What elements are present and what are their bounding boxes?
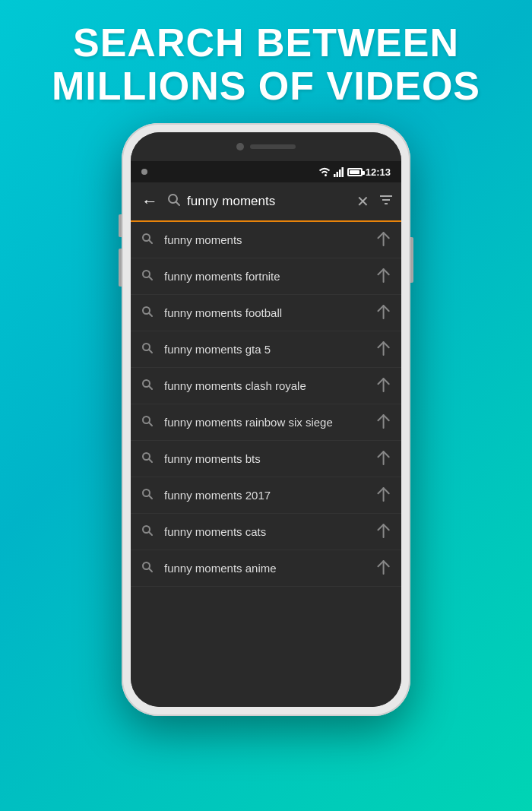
result-text: funny moments 2017: [164, 489, 378, 502]
result-text: funny moments football: [164, 306, 378, 319]
result-text: funny moments anime: [164, 562, 378, 575]
result-item[interactable]: funny moments fortnite: [131, 258, 401, 295]
result-search-icon: [141, 379, 154, 394]
clear-search-button[interactable]: ✕: [356, 192, 369, 211]
signal-icon: [334, 167, 344, 177]
svg-line-13: [149, 277, 152, 280]
result-search-icon: [141, 561, 154, 576]
svg-line-31: [149, 496, 152, 499]
svg-rect-2: [339, 169, 341, 177]
phone-speaker: [250, 144, 296, 149]
svg-line-5: [176, 201, 180, 205]
filter-button[interactable]: [378, 193, 394, 211]
svg-line-25: [149, 423, 152, 426]
svg-line-11: [377, 233, 390, 246]
phone-button-power: [410, 237, 413, 283]
svg-rect-3: [341, 167, 344, 177]
svg-line-22: [149, 386, 152, 389]
svg-line-29: [377, 451, 390, 464]
result-item[interactable]: funny moments football: [131, 295, 401, 331]
svg-line-23: [377, 379, 390, 391]
svg-line-37: [149, 569, 152, 572]
result-item[interactable]: funny moments anime: [131, 550, 401, 587]
headline-line1: SEARCH BETWEEN: [73, 21, 459, 65]
svg-line-28: [149, 459, 152, 462]
headline-line2: MILLIONS OF VIDEOS: [52, 64, 480, 108]
svg-rect-0: [334, 174, 336, 177]
status-right: 12:13: [318, 166, 391, 178]
status-dot: [141, 169, 147, 175]
phone-wrapper: 12:13 ← funny moments ✕: [122, 123, 410, 716]
search-query: funny moments: [187, 194, 350, 209]
result-text: funny moments: [164, 233, 378, 246]
result-text: funny moments gta 5: [164, 343, 378, 356]
svg-line-19: [149, 350, 152, 353]
svg-line-14: [377, 269, 390, 282]
result-search-icon: [141, 269, 154, 284]
svg-line-38: [377, 561, 390, 574]
result-item[interactable]: funny moments gta 5: [131, 331, 401, 368]
headline: SEARCH BETWEEN MILLIONS OF VIDEOS: [36, 21, 496, 108]
svg-line-16: [149, 313, 152, 316]
result-search-icon: [141, 524, 154, 540]
result-item[interactable]: funny moments cats: [131, 514, 401, 550]
result-search-icon: [141, 415, 154, 430]
phone-inner: 12:13 ← funny moments ✕: [131, 132, 401, 707]
result-search-icon: [141, 233, 154, 248]
result-text: funny moments rainbow six siege: [164, 416, 378, 429]
phone-camera: [236, 143, 244, 150]
result-search-icon: [141, 451, 154, 467]
svg-line-10: [149, 240, 152, 243]
result-search-icon: [141, 488, 154, 503]
svg-line-34: [149, 532, 152, 535]
result-text: funny moments cats: [164, 525, 378, 538]
result-text: funny moments bts: [164, 452, 378, 465]
svg-line-32: [377, 488, 390, 501]
result-text: funny moments clash royale: [164, 379, 378, 392]
svg-line-26: [377, 415, 390, 428]
svg-line-35: [377, 524, 390, 537]
svg-line-17: [377, 306, 390, 318]
search-icon: [167, 193, 181, 211]
svg-rect-1: [336, 172, 338, 177]
phone-notch: [131, 132, 401, 161]
search-bar[interactable]: ← funny moments ✕: [131, 182, 401, 222]
result-text: funny moments fortnite: [164, 270, 378, 283]
svg-line-20: [377, 342, 390, 355]
results-list: funny moments funny moments fortnite: [131, 222, 401, 707]
result-item[interactable]: funny moments clash royale: [131, 368, 401, 404]
result-item[interactable]: funny moments bts: [131, 441, 401, 477]
wifi-icon: [318, 167, 331, 177]
result-item[interactable]: funny moments rainbow six siege: [131, 404, 401, 441]
result-search-icon: [141, 342, 154, 357]
back-button[interactable]: ←: [138, 188, 161, 214]
result-item[interactable]: funny moments 2017: [131, 477, 401, 514]
phone-outer: 12:13 ← funny moments ✕: [122, 123, 410, 716]
status-bar: 12:13: [131, 161, 401, 182]
result-search-icon: [141, 306, 154, 321]
status-time: 12:13: [366, 166, 391, 178]
battery-icon: [347, 168, 363, 176]
result-item[interactable]: funny moments: [131, 222, 401, 258]
